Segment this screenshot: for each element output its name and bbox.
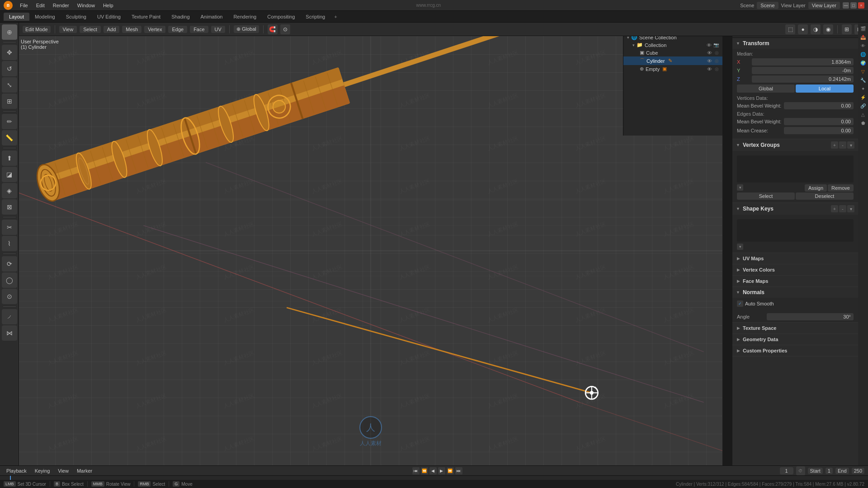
sk-remove-btn[interactable]: - bbox=[839, 205, 846, 212]
current-frame[interactable]: 1 bbox=[780, 467, 793, 474]
props-icon-material[interactable]: ⬟ bbox=[859, 119, 867, 127]
empty-restrict[interactable]: ◎ bbox=[715, 66, 719, 71]
texture-space-section[interactable]: ▶ Texture Space bbox=[732, 323, 858, 334]
tool-cursor[interactable]: ⊕ bbox=[2, 24, 17, 40]
tl-view-menu[interactable]: View bbox=[55, 468, 71, 474]
tool-scale[interactable]: ⤡ bbox=[2, 77, 17, 93]
y-value-field[interactable]: -0m bbox=[752, 67, 854, 74]
props-icon-modifiers[interactable]: 🔧 bbox=[859, 76, 867, 84]
viewport-3d[interactable]: 人人素材社区 人人素材社区 人人素材社区 人人素材社区 人人素材社区 人人素材社… bbox=[19, 36, 722, 465]
vg-expand-icon[interactable]: ▾ bbox=[737, 184, 743, 191]
tool-shrink[interactable]: ⊙ bbox=[2, 289, 17, 304]
cube-eye[interactable]: 👁 bbox=[707, 50, 712, 56]
vg-remove-btn[interactable]: - bbox=[839, 141, 846, 149]
menu-edit[interactable]: Edit bbox=[33, 2, 48, 9]
header-mesh-menu[interactable]: Mesh bbox=[122, 26, 142, 33]
outliner-cube[interactable]: ▣ Cube 👁 ◎ bbox=[623, 49, 722, 56]
tool-annotate[interactable]: ✏ bbox=[2, 114, 17, 129]
header-select-menu[interactable]: Select bbox=[80, 26, 101, 33]
tab-compositing[interactable]: Compositing bbox=[262, 13, 300, 21]
cube-restrict[interactable]: ◎ bbox=[715, 50, 719, 55]
collection-cam[interactable]: 📷 bbox=[713, 42, 719, 47]
tool-polyline[interactable]: ⌇ bbox=[2, 236, 17, 251]
mean-crease-value[interactable]: 0.00 bbox=[784, 127, 854, 134]
props-icon-data[interactable]: △ bbox=[859, 110, 867, 118]
shading-material[interactable]: ◑ bbox=[811, 24, 821, 34]
collection-eye[interactable]: 👁 bbox=[707, 42, 712, 48]
header-vertex-menu[interactable]: Vertex bbox=[144, 26, 165, 33]
sk-specials-btn[interactable]: ▾ bbox=[847, 205, 854, 212]
shape-keys-header[interactable]: ▼ Shape Keys + - ▾ bbox=[732, 203, 858, 215]
geometry-data-section[interactable]: ▶ Geometry Data bbox=[732, 334, 858, 345]
global-btn[interactable]: Global bbox=[737, 84, 795, 93]
edges-mean-bevel-value[interactable]: 0.00 bbox=[784, 118, 854, 125]
header-view-menu[interactable]: View bbox=[59, 26, 77, 33]
cylinder-restrict[interactable]: ◎ bbox=[715, 58, 719, 63]
normals-header[interactable]: ▼ Normals bbox=[732, 287, 858, 298]
custom-properties-section[interactable]: ▶ Custom Properties bbox=[732, 345, 858, 357]
vg-remove-action-btn[interactable]: Remove bbox=[828, 184, 854, 192]
overlay-icon[interactable]: ⊞ bbox=[842, 24, 852, 34]
shading-wireframe[interactable]: ⬚ bbox=[785, 24, 795, 34]
close-btn[interactable]: × bbox=[858, 2, 864, 9]
vertex-colors-section[interactable]: ▶ Vertex Colors bbox=[732, 264, 858, 276]
header-uv-menu[interactable]: UV bbox=[211, 26, 225, 33]
props-icon-physics[interactable]: ⚡ bbox=[859, 93, 867, 101]
proportional-edit-icon[interactable]: ⊙ bbox=[280, 24, 290, 34]
start-frame[interactable]: 1 bbox=[826, 468, 833, 474]
header-add-menu[interactable]: Add bbox=[104, 26, 120, 33]
menu-file[interactable]: File bbox=[16, 2, 32, 9]
props-icon-output[interactable]: 📤 bbox=[859, 33, 867, 41]
blender-logo[interactable]: B bbox=[4, 1, 13, 10]
vertex-groups-header[interactable]: ▼ Vertex Groups + - ▾ bbox=[732, 139, 858, 151]
tool-knife[interactable]: ✂ bbox=[2, 220, 17, 235]
add-workspace-btn[interactable]: + bbox=[330, 13, 340, 20]
tl-keying-menu[interactable]: Keying bbox=[32, 468, 53, 474]
tool-bevel[interactable]: ◈ bbox=[2, 183, 17, 198]
tl-play-reverse[interactable]: ◀ bbox=[429, 467, 437, 474]
uv-maps-section[interactable]: ▶ UV Maps bbox=[732, 253, 858, 264]
tab-rendering[interactable]: Rendering bbox=[228, 13, 262, 21]
vg-expand-btn[interactable]: ▾ bbox=[737, 184, 804, 192]
vg-specials-btn[interactable]: ▾ bbox=[847, 141, 854, 149]
props-icon-particles[interactable]: ✦ bbox=[859, 84, 867, 93]
tool-smooth[interactable]: ◯ bbox=[2, 272, 17, 288]
tool-extrude[interactable]: ⬆ bbox=[2, 150, 17, 166]
tool-rotate[interactable]: ↺ bbox=[2, 61, 17, 76]
vg-select-btn[interactable]: Select bbox=[737, 192, 795, 200]
tab-modeling[interactable]: Modeling bbox=[29, 13, 61, 21]
face-maps-section[interactable]: ▶ Face Maps bbox=[732, 276, 858, 287]
outliner-cylinder[interactable]: ⌒ Cylinder ✎ 👁 ◎ bbox=[623, 56, 722, 65]
mode-select[interactable]: Edit Mode bbox=[23, 26, 51, 33]
transform-orient-select[interactable]: ⊕ Global bbox=[234, 25, 259, 33]
scene-select[interactable]: Scene bbox=[757, 2, 778, 9]
menu-window[interactable]: Window bbox=[74, 2, 99, 9]
outliner-empty[interactable]: ⊕ Empty ▣ 👁 ◎ bbox=[623, 65, 722, 73]
vg-deselect-btn[interactable]: Deselect bbox=[796, 192, 854, 200]
tool-inset[interactable]: ◪ bbox=[2, 167, 17, 182]
props-icon-world[interactable]: 🌍 bbox=[859, 59, 867, 67]
shading-rendered[interactable]: ◉ bbox=[823, 24, 833, 34]
tab-animation[interactable]: Animation bbox=[195, 13, 228, 21]
tool-loop-cut[interactable]: ⊠ bbox=[2, 199, 17, 215]
tab-scripting[interactable]: Scripting bbox=[300, 13, 330, 21]
tl-prev-keyframe[interactable]: ⏪ bbox=[421, 467, 428, 474]
tab-shading[interactable]: Shading bbox=[166, 13, 195, 21]
sk-add-btn[interactable]: + bbox=[831, 205, 838, 212]
maximize-btn[interactable]: □ bbox=[850, 2, 857, 9]
tl-jump-end[interactable]: ⏭ bbox=[455, 467, 462, 474]
cylinder-eye[interactable]: 👁 bbox=[707, 58, 712, 64]
tool-shear[interactable]: ⟋ bbox=[2, 309, 17, 324]
header-face-menu[interactable]: Face bbox=[190, 26, 208, 33]
tab-layout[interactable]: Layout bbox=[4, 13, 29, 21]
minimize-btn[interactable]: — bbox=[843, 2, 849, 9]
header-edge-menu[interactable]: Edge bbox=[168, 26, 187, 33]
vg-assign-btn[interactable]: Assign bbox=[805, 184, 827, 192]
outliner-collection[interactable]: ▾ 📁 Collection 👁 📷 bbox=[623, 41, 722, 49]
tool-spin[interactable]: ⟳ bbox=[2, 256, 17, 272]
x-value-field[interactable]: 1.8364m bbox=[752, 58, 854, 66]
props-icon-object[interactable]: ▽ bbox=[859, 67, 867, 75]
snap-icon[interactable]: 🧲 bbox=[268, 24, 278, 34]
z-value-field[interactable]: 0.24142m bbox=[752, 75, 854, 83]
sk-expand-icon[interactable]: ▾ bbox=[737, 244, 743, 250]
